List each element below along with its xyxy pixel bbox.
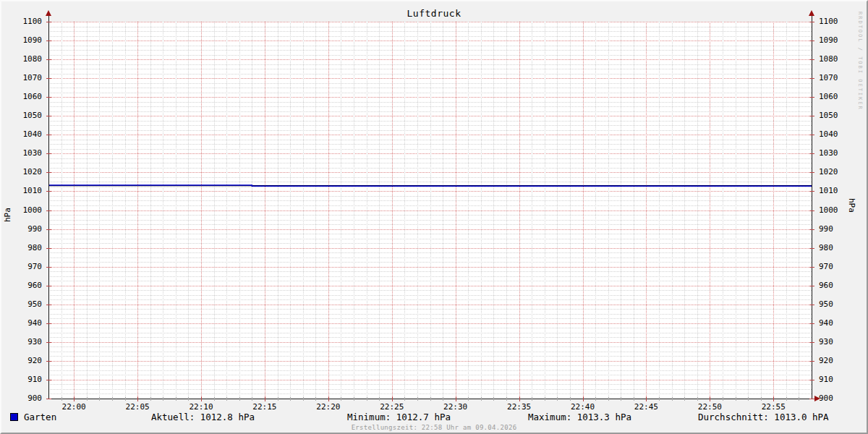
- y-axis-right-tick: [809, 153, 814, 154]
- y-tick-label-left: 1000: [1, 206, 42, 215]
- x-axis-minor-tick: [659, 397, 660, 401]
- y-axis-left-tick: [46, 172, 51, 173]
- x-tick-label: 22:10: [185, 403, 217, 412]
- y-tick-label-right: 1050: [819, 111, 848, 120]
- x-axis-minor-tick: [176, 397, 176, 401]
- y-axis-right-tick: [809, 22, 814, 22]
- stat-maximum: Maximum: 1013.3 hPa: [528, 412, 631, 422]
- y-axis-right-tick: [809, 380, 814, 380]
- x-axis-major-tick: [74, 396, 75, 401]
- x-axis-minor-tick: [188, 397, 189, 401]
- x-axis-major-tick: [583, 396, 584, 401]
- x-axis-major-tick: [646, 396, 647, 401]
- y-axis-left-tick: [46, 361, 51, 362]
- x-tick-label: 22:25: [376, 403, 408, 412]
- y-axis-right-tick: [809, 399, 814, 399]
- y-tick-label-left: 960: [1, 281, 42, 290]
- stat-aktuell: Aktuell: 1012.8 hPa: [151, 412, 255, 422]
- y-tick-label-left: 1030: [1, 149, 42, 158]
- y-tick-label-right: 1000: [819, 206, 848, 215]
- x-axis-minor-tick: [150, 397, 151, 401]
- legend-series-label: Garten: [24, 412, 56, 422]
- y-tick-label-right: 930: [819, 338, 848, 346]
- y-axis-left-tick: [46, 41, 51, 41]
- y-axis-left-tick: [46, 380, 51, 380]
- y-axis-left-tick: [46, 59, 51, 60]
- y-tick-label-left: 950: [1, 300, 42, 309]
- y-axis-right-arrow-icon: [809, 10, 814, 16]
- x-tick-label: 22:45: [630, 403, 662, 412]
- x-axis-minor-tick: [557, 397, 558, 401]
- x-axis-minor-tick: [532, 397, 532, 401]
- y-axis-right-tick: [809, 267, 814, 268]
- x-axis-minor-tick: [684, 397, 685, 401]
- y-axis-right-tick: [809, 305, 814, 305]
- x-axis-minor-tick: [634, 397, 634, 401]
- rrdtool-graph: Luftdruck hPa hPa RRDTOOL / TOBI OETIKER…: [0, 0, 868, 434]
- x-axis-minor-tick: [379, 397, 380, 401]
- y-axis-left-tick: [46, 22, 51, 22]
- y-axis-right-tick: [809, 210, 814, 211]
- x-tick-label: 22:50: [694, 403, 726, 412]
- y-tick-label-left: 1100: [1, 17, 42, 26]
- x-tick-label: 22:55: [757, 403, 789, 412]
- x-axis-minor-tick: [252, 397, 252, 401]
- y-axis-left-tick: [46, 323, 51, 324]
- x-axis-major-tick: [392, 396, 393, 401]
- data-line-layer: [48, 22, 812, 399]
- y-axis-right-tick: [809, 41, 814, 41]
- x-axis-minor-tick: [799, 397, 799, 401]
- x-axis-minor-tick: [697, 397, 698, 401]
- plot-area: [48, 22, 812, 399]
- y-tick-label-left: 980: [1, 244, 42, 252]
- y-tick-label-left: 910: [1, 375, 42, 384]
- y-axis-left-tick: [46, 305, 51, 305]
- y-axis-right-tick: [809, 229, 814, 230]
- y-tick-label-right: 1020: [819, 168, 848, 176]
- y-tick-label-left: 1080: [1, 55, 42, 64]
- y-tick-label-left: 1020: [1, 168, 42, 176]
- y-tick-label-left: 1070: [1, 74, 42, 82]
- y-tick-label-right: 910: [819, 375, 848, 384]
- y-axis-right-tick: [809, 361, 814, 362]
- x-tick-label: 22:20: [312, 403, 344, 412]
- x-axis-minor-tick: [354, 397, 354, 401]
- x-axis-major-tick: [710, 396, 710, 401]
- x-axis-major-tick: [456, 396, 456, 401]
- x-axis-minor-tick: [367, 397, 367, 401]
- y-tick-label-left: 1010: [1, 187, 42, 195]
- y-axis-right-unit-label: hPa: [847, 198, 856, 213]
- y-axis-left-tick: [46, 153, 51, 154]
- y-axis-left-tick: [46, 191, 51, 192]
- x-axis-minor-tick: [99, 397, 100, 401]
- y-tick-label-right: 920: [819, 357, 848, 365]
- x-axis-minor-tick: [468, 397, 469, 401]
- x-axis-minor-tick: [736, 397, 736, 401]
- x-axis-minor-tick: [481, 397, 482, 401]
- y-axis-left-tick: [46, 116, 51, 116]
- y-tick-label-right: 1030: [819, 149, 848, 158]
- x-axis-major-tick: [519, 396, 520, 401]
- y-axis-right-tick: [809, 191, 814, 192]
- y-tick-label-right: 1040: [819, 130, 848, 139]
- y-tick-label-left: 990: [1, 225, 42, 234]
- x-axis-major-tick: [137, 396, 138, 401]
- x-tick-label: 22:30: [440, 403, 472, 412]
- legend-color-swatch: [10, 413, 18, 421]
- x-axis-major-tick: [328, 396, 329, 401]
- x-axis-minor-tick: [226, 397, 227, 401]
- legend-row: Garten Aktuell: 1012.8 hPa Minimum: 1012…: [1, 412, 867, 423]
- x-axis-minor-tick: [672, 397, 673, 401]
- x-axis-major-tick: [265, 396, 265, 401]
- x-axis-minor-tick: [443, 397, 443, 401]
- y-axis-right-tick: [809, 135, 814, 135]
- x-axis-major-tick: [773, 396, 774, 401]
- y-axis-right-tick: [809, 97, 814, 98]
- y-tick-label-right: 980: [819, 244, 848, 252]
- y-tick-label-left: 1060: [1, 93, 42, 101]
- y-axis-left-tick: [46, 210, 51, 211]
- y-tick-label-left: 930: [1, 338, 42, 346]
- y-axis-left-tick: [46, 135, 51, 135]
- y-tick-label-right: 1090: [819, 36, 848, 45]
- x-axis-minor-tick: [112, 397, 113, 401]
